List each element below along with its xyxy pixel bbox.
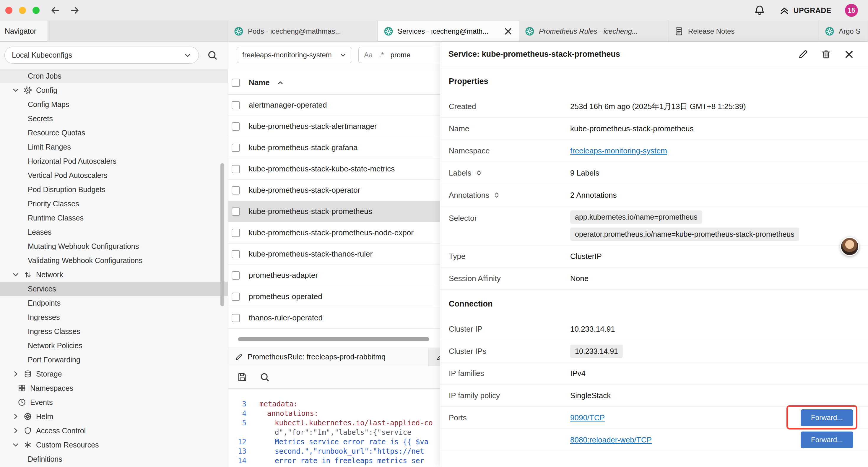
back-button[interactable] — [50, 5, 61, 16]
select-all-checkbox[interactable] — [231, 79, 240, 87]
close-window-button[interactable] — [5, 7, 12, 14]
chevron-right-icon[interactable] — [12, 413, 20, 420]
code-text: d","for":"1m","labels":{"service — [251, 428, 411, 437]
row-checkbox[interactable] — [231, 271, 240, 280]
sidebar-item-label: Validating Webhook Configurations — [28, 256, 143, 265]
table-row-kube-prometheus-stack-thanos-ruler[interactable]: kube-prometheus-stack-thanos-ruler — [228, 243, 440, 265]
row-checkbox[interactable] — [231, 207, 240, 216]
sidebar-item-label: Storage — [36, 370, 62, 378]
edit-button[interactable] — [798, 49, 808, 60]
sidebar-item-namespaces[interactable]: Namespaces — [0, 381, 228, 395]
table-row-kube-prometheus-stack-alertmanager[interactable]: kube-prometheus-stack-alertmanager — [228, 116, 440, 137]
row-checkbox[interactable] — [231, 165, 240, 173]
table-row-prometheus-adapter[interactable]: prometheus-adapter — [228, 265, 440, 286]
chevron-right-icon[interactable] — [12, 427, 20, 435]
sidebar-item-cron-jobs[interactable]: Cron Jobs — [0, 69, 228, 83]
row-checkbox[interactable] — [231, 122, 240, 130]
row-checkbox[interactable] — [231, 101, 240, 109]
table-row-thanos-ruler-operated[interactable]: thanos-ruler-operated — [228, 308, 440, 329]
sidebar-item-port-forwarding[interactable]: Port Forwarding — [0, 353, 228, 367]
tab-prometheus-rules-icecheng[interactable]: Prometheus Rules - icecheng... — [519, 21, 668, 41]
sidebar-item-network-policies[interactable]: Network Policies — [0, 339, 228, 353]
sidebar-item-custom-resources[interactable]: Custom Resources — [0, 438, 228, 452]
sort-icon[interactable] — [493, 191, 500, 199]
match-case-toggle[interactable]: Aa — [364, 51, 373, 59]
sidebar-item-pod-disruption-budgets[interactable]: Pod Disruption Budgets — [0, 182, 228, 197]
namespace-link[interactable]: freeleaps-monitoring-system — [570, 146, 667, 155]
port-link[interactable]: 8080:reloader-web/TCP — [570, 435, 652, 444]
tab-services-icecheng-math[interactable]: Services - icecheng@math... — [378, 21, 519, 41]
sidebar-item-services[interactable]: Services — [0, 282, 228, 296]
table-row-kube-prometheus-stack-prometheus[interactable]: kube-prometheus-stack-prometheus — [228, 201, 440, 222]
sort-icon[interactable] — [475, 169, 483, 177]
sort-ascending-icon[interactable] — [277, 79, 284, 86]
sidebar-item-config-maps[interactable]: Config Maps — [0, 97, 228, 111]
sidebar-item-ingress-classes[interactable]: Ingress Classes — [0, 324, 228, 339]
sidebar-item-resource-quotas[interactable]: Resource Quotas — [0, 126, 228, 140]
forward-button[interactable]: Forward... — [801, 432, 853, 448]
table-row-kube-prometheus-stack-operator[interactable]: kube-prometheus-stack-operator — [228, 180, 440, 201]
column-header-name[interactable]: Name — [249, 78, 270, 87]
row-checkbox[interactable] — [231, 186, 240, 195]
minimize-window-button[interactable] — [19, 7, 26, 14]
sidebar-item-validating-webhook-configurations[interactable]: Validating Webhook Configurations — [0, 253, 228, 267]
tab-argo-s[interactable]: Argo S — [819, 21, 868, 41]
row-checkbox[interactable] — [231, 293, 240, 301]
row-checkbox[interactable] — [231, 144, 240, 152]
table-row-alertmanager-operated[interactable]: alertmanager-operated — [228, 95, 440, 116]
close-icon[interactable] — [503, 27, 513, 36]
chevron-right-icon[interactable] — [12, 370, 20, 378]
table-row-prometheus-operated[interactable]: prometheus-operated — [228, 286, 440, 308]
kubeconfig-selector[interactable]: Local Kubeconfigs — [4, 47, 199, 63]
search-input[interactable]: Aa .* prome — [359, 47, 440, 63]
chevron-down-icon[interactable] — [12, 271, 20, 279]
forward-button[interactable]: Forward... — [801, 409, 853, 426]
port-link[interactable]: 9090/TCP — [570, 413, 605, 422]
sidebar-item-runtime-classes[interactable]: Runtime Classes — [0, 211, 228, 225]
assistant-avatar[interactable] — [840, 237, 859, 256]
maximize-window-button[interactable] — [32, 7, 39, 14]
table-row-kube-prometheus-stack-grafana[interactable]: kube-prometheus-stack-grafana — [228, 137, 440, 158]
sidebar-item-network[interactable]: Network — [0, 267, 228, 282]
table-row-kube-prometheus-stack-prometheus-node-expor[interactable]: kube-prometheus-stack-prometheus-node-ex… — [228, 222, 440, 243]
namespace-selector[interactable]: freeleaps-monitoring-system — [237, 47, 352, 63]
sidebar-item-events[interactable]: Events — [0, 395, 228, 409]
chevron-down-icon[interactable] — [12, 441, 20, 449]
row-checkbox[interactable] — [231, 314, 240, 322]
row-checkbox[interactable] — [231, 229, 240, 237]
sidebar-item-storage[interactable]: Storage — [0, 367, 228, 381]
yaml-editor[interactable]: 3metadata:4annotations:5kubectl.kubernet… — [228, 389, 440, 467]
sidebar-item-definitions[interactable]: Definitions — [0, 452, 228, 466]
sidebar-search-icon[interactable] — [207, 50, 218, 61]
sidebar-vertical-scrollbar[interactable] — [220, 163, 224, 306]
sidebar-item-ingresses[interactable]: Ingresses — [0, 310, 228, 324]
editor-search-icon[interactable] — [259, 372, 270, 382]
tab-release-notes[interactable]: Release Notes — [668, 21, 819, 41]
sidebar-item-leases[interactable]: Leases — [0, 225, 228, 239]
horizontal-scrollbar[interactable] — [238, 337, 429, 341]
notification-count-badge[interactable]: 15 — [845, 4, 858, 17]
editor-tab-partial[interactable] — [428, 348, 440, 366]
row-checkbox[interactable] — [231, 250, 240, 258]
regex-toggle[interactable]: .* — [379, 51, 384, 59]
notifications-bell-icon[interactable] — [754, 4, 766, 16]
sidebar-item-priority-classes[interactable]: Priority Classes — [0, 197, 228, 211]
upgrade-button[interactable]: UPGRADE — [779, 5, 831, 16]
editor-tab-prometheusrule[interactable]: PrometheusRule: freeleaps-prod-rabbitmq — [228, 348, 428, 366]
table-row-kube-prometheus-stack-kube-state-metrics[interactable]: kube-prometheus-stack-kube-state-metrics — [228, 158, 440, 180]
sidebar-item-helm[interactable]: Helm — [0, 409, 228, 424]
tab-pods-icecheng-mathmas[interactable]: Pods - icecheng@mathmas... — [228, 21, 378, 41]
forward-button[interactable] — [69, 5, 80, 16]
delete-button[interactable] — [821, 49, 831, 60]
sidebar-item-secrets[interactable]: Secrets — [0, 111, 228, 126]
sidebar-item-vertical-pod-autoscalers[interactable]: Vertical Pod Autoscalers — [0, 168, 228, 182]
sidebar-item-horizontal-pod-autoscalers[interactable]: Horizontal Pod Autoscalers — [0, 154, 228, 168]
sidebar-item-config[interactable]: Config — [0, 83, 228, 97]
sidebar-item-mutating-webhook-configurations[interactable]: Mutating Webhook Configurations — [0, 239, 228, 253]
sidebar-item-endpoints[interactable]: Endpoints — [0, 296, 228, 310]
sidebar-item-limit-ranges[interactable]: Limit Ranges — [0, 140, 228, 154]
sidebar-item-access-control[interactable]: Access Control — [0, 424, 228, 438]
chevron-down-icon[interactable] — [12, 86, 20, 94]
close-panel-button[interactable] — [844, 49, 855, 60]
save-icon[interactable] — [237, 372, 248, 382]
